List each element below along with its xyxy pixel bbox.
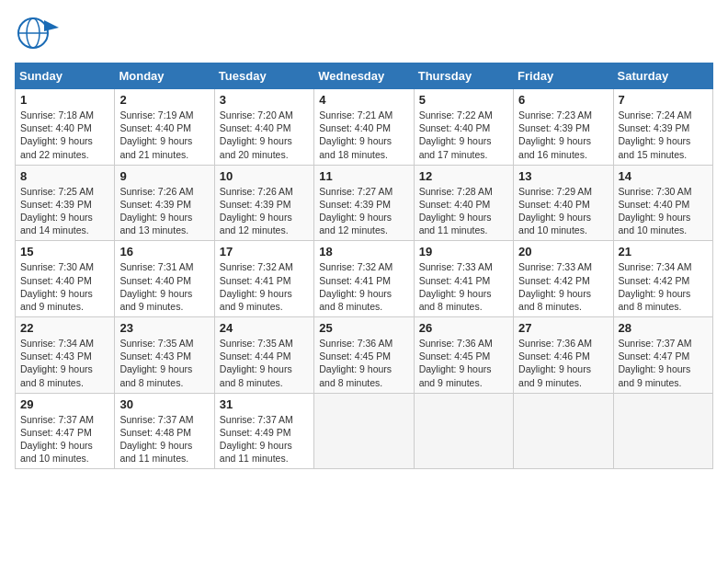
calendar-cell: 22 Sunrise: 7:34 AM Sunset: 4:43 PM Dayl… bbox=[16, 317, 115, 394]
calendar-cell: 26 Sunrise: 7:36 AM Sunset: 4:45 PM Dayl… bbox=[414, 317, 513, 394]
calendar-cell: 27 Sunrise: 7:36 AM Sunset: 4:46 PM Dayl… bbox=[514, 317, 613, 394]
day-info: Sunrise: 7:36 AM Sunset: 4:46 PM Dayligh… bbox=[518, 337, 608, 389]
day-info: Sunrise: 7:26 AM Sunset: 4:39 PM Dayligh… bbox=[220, 185, 309, 237]
day-number: 4 bbox=[319, 93, 408, 107]
day-number: 11 bbox=[319, 169, 408, 183]
day-info: Sunrise: 7:35 AM Sunset: 4:43 PM Dayligh… bbox=[119, 337, 209, 389]
calendar-week: 29 Sunrise: 7:37 AM Sunset: 4:47 PM Dayl… bbox=[16, 393, 713, 469]
day-of-week-row: SundayMondayTuesdayWednesdayThursdayFrid… bbox=[16, 63, 713, 89]
day-info: Sunrise: 7:31 AM Sunset: 4:40 PM Dayligh… bbox=[119, 260, 209, 313]
day-number: 30 bbox=[119, 397, 209, 411]
calendar-cell: 17 Sunrise: 7:32 AM Sunset: 4:41 PM Dayl… bbox=[214, 241, 313, 317]
day-info: Sunrise: 7:36 AM Sunset: 4:45 PM Dayligh… bbox=[319, 337, 408, 389]
calendar-cell: 7 Sunrise: 7:24 AM Sunset: 4:39 PM Dayli… bbox=[613, 89, 712, 166]
day-info: Sunrise: 7:35 AM Sunset: 4:44 PM Dayligh… bbox=[220, 337, 309, 389]
day-info: Sunrise: 7:24 AM Sunset: 4:39 PM Dayligh… bbox=[619, 109, 708, 161]
day-number: 2 bbox=[119, 93, 209, 107]
day-number: 6 bbox=[518, 93, 608, 107]
calendar-cell: 28 Sunrise: 7:37 AM Sunset: 4:47 PM Dayl… bbox=[613, 317, 712, 394]
calendar-cell: 30 Sunrise: 7:37 AM Sunset: 4:48 PM Dayl… bbox=[115, 393, 214, 469]
calendar: SundayMondayTuesdayWednesdayThursdayFrid… bbox=[15, 63, 713, 469]
dow-header: Sunday bbox=[16, 63, 115, 89]
calendar-cell: 10 Sunrise: 7:26 AM Sunset: 4:39 PM Dayl… bbox=[214, 165, 313, 241]
day-info: Sunrise: 7:33 AM Sunset: 4:41 PM Dayligh… bbox=[419, 260, 508, 313]
day-info: Sunrise: 7:22 AM Sunset: 4:40 PM Dayligh… bbox=[419, 109, 508, 161]
dow-header: Friday bbox=[514, 63, 613, 89]
day-info: Sunrise: 7:28 AM Sunset: 4:40 PM Dayligh… bbox=[419, 185, 508, 237]
day-number: 1 bbox=[20, 93, 109, 107]
day-number: 29 bbox=[20, 397, 109, 411]
day-info: Sunrise: 7:25 AM Sunset: 4:39 PM Dayligh… bbox=[20, 185, 109, 237]
day-number: 12 bbox=[419, 169, 508, 183]
day-info: Sunrise: 7:37 AM Sunset: 4:47 PM Dayligh… bbox=[20, 413, 109, 465]
calendar-cell: 31 Sunrise: 7:37 AM Sunset: 4:49 PM Dayl… bbox=[214, 393, 313, 469]
day-number: 19 bbox=[419, 245, 508, 259]
calendar-week: 1 Sunrise: 7:18 AM Sunset: 4:40 PM Dayli… bbox=[16, 89, 713, 166]
day-info: Sunrise: 7:23 AM Sunset: 4:39 PM Dayligh… bbox=[518, 109, 608, 161]
calendar-week: 8 Sunrise: 7:25 AM Sunset: 4:39 PM Dayli… bbox=[16, 165, 713, 241]
calendar-cell: 4 Sunrise: 7:21 AM Sunset: 4:40 PM Dayli… bbox=[314, 89, 414, 166]
calendar-cell: 29 Sunrise: 7:37 AM Sunset: 4:47 PM Dayl… bbox=[16, 393, 115, 469]
calendar-week: 15 Sunrise: 7:30 AM Sunset: 4:40 PM Dayl… bbox=[16, 241, 713, 317]
day-number: 15 bbox=[20, 245, 109, 259]
day-number: 9 bbox=[119, 169, 209, 183]
day-number: 26 bbox=[419, 321, 508, 335]
calendar-cell bbox=[613, 393, 712, 469]
day-number: 8 bbox=[20, 169, 109, 183]
day-number: 27 bbox=[518, 321, 608, 335]
dow-header: Tuesday bbox=[214, 63, 313, 89]
day-info: Sunrise: 7:33 AM Sunset: 4:42 PM Dayligh… bbox=[518, 260, 608, 313]
dow-header: Wednesday bbox=[314, 63, 414, 89]
day-info: Sunrise: 7:32 AM Sunset: 4:41 PM Dayligh… bbox=[319, 260, 408, 313]
day-number: 5 bbox=[419, 93, 508, 107]
day-number: 17 bbox=[220, 245, 309, 259]
day-info: Sunrise: 7:21 AM Sunset: 4:40 PM Dayligh… bbox=[319, 109, 408, 161]
day-number: 7 bbox=[619, 93, 708, 107]
day-number: 20 bbox=[518, 245, 608, 259]
day-number: 18 bbox=[319, 245, 408, 259]
calendar-cell: 9 Sunrise: 7:26 AM Sunset: 4:39 PM Dayli… bbox=[115, 165, 214, 241]
day-info: Sunrise: 7:32 AM Sunset: 4:41 PM Dayligh… bbox=[220, 260, 309, 313]
day-info: Sunrise: 7:37 AM Sunset: 4:47 PM Dayligh… bbox=[619, 337, 708, 389]
calendar-cell: 18 Sunrise: 7:32 AM Sunset: 4:41 PM Dayl… bbox=[314, 241, 414, 317]
calendar-cell: 20 Sunrise: 7:33 AM Sunset: 4:42 PM Dayl… bbox=[514, 241, 613, 317]
day-info: Sunrise: 7:26 AM Sunset: 4:39 PM Dayligh… bbox=[119, 185, 209, 237]
day-info: Sunrise: 7:27 AM Sunset: 4:39 PM Dayligh… bbox=[319, 185, 408, 237]
calendar-cell: 23 Sunrise: 7:35 AM Sunset: 4:43 PM Dayl… bbox=[115, 317, 214, 394]
logo-icon bbox=[15, 15, 61, 52]
calendar-cell: 2 Sunrise: 7:19 AM Sunset: 4:40 PM Dayli… bbox=[115, 89, 214, 166]
day-number: 25 bbox=[319, 321, 408, 335]
day-number: 21 bbox=[619, 245, 708, 259]
day-info: Sunrise: 7:20 AM Sunset: 4:40 PM Dayligh… bbox=[220, 109, 309, 161]
day-info: Sunrise: 7:18 AM Sunset: 4:40 PM Dayligh… bbox=[20, 109, 109, 161]
day-info: Sunrise: 7:29 AM Sunset: 4:40 PM Dayligh… bbox=[518, 185, 608, 237]
calendar-cell: 12 Sunrise: 7:28 AM Sunset: 4:40 PM Dayl… bbox=[414, 165, 513, 241]
dow-header: Saturday bbox=[613, 63, 712, 89]
svg-marker-3 bbox=[44, 20, 59, 31]
day-number: 10 bbox=[220, 169, 309, 183]
day-info: Sunrise: 7:30 AM Sunset: 4:40 PM Dayligh… bbox=[619, 185, 708, 237]
day-number: 3 bbox=[220, 93, 309, 107]
calendar-cell: 1 Sunrise: 7:18 AM Sunset: 4:40 PM Dayli… bbox=[16, 89, 115, 166]
page-header bbox=[15, 15, 713, 52]
calendar-cell: 24 Sunrise: 7:35 AM Sunset: 4:44 PM Dayl… bbox=[214, 317, 313, 394]
day-info: Sunrise: 7:37 AM Sunset: 4:49 PM Dayligh… bbox=[220, 413, 309, 465]
dow-header: Thursday bbox=[414, 63, 513, 89]
calendar-cell: 11 Sunrise: 7:27 AM Sunset: 4:39 PM Dayl… bbox=[314, 165, 414, 241]
calendar-cell bbox=[414, 393, 513, 469]
day-number: 16 bbox=[119, 245, 209, 259]
day-info: Sunrise: 7:19 AM Sunset: 4:40 PM Dayligh… bbox=[119, 109, 209, 161]
dow-header: Monday bbox=[115, 63, 214, 89]
day-info: Sunrise: 7:30 AM Sunset: 4:40 PM Dayligh… bbox=[20, 260, 109, 313]
day-number: 24 bbox=[220, 321, 309, 335]
logo bbox=[15, 15, 64, 52]
day-number: 22 bbox=[20, 321, 109, 335]
day-info: Sunrise: 7:34 AM Sunset: 4:42 PM Dayligh… bbox=[619, 260, 708, 313]
calendar-cell: 14 Sunrise: 7:30 AM Sunset: 4:40 PM Dayl… bbox=[613, 165, 712, 241]
calendar-cell bbox=[314, 393, 414, 469]
day-number: 13 bbox=[518, 169, 608, 183]
day-number: 31 bbox=[220, 397, 309, 411]
calendar-cell: 8 Sunrise: 7:25 AM Sunset: 4:39 PM Dayli… bbox=[16, 165, 115, 241]
day-info: Sunrise: 7:36 AM Sunset: 4:45 PM Dayligh… bbox=[419, 337, 508, 389]
day-info: Sunrise: 7:34 AM Sunset: 4:43 PM Dayligh… bbox=[20, 337, 109, 389]
